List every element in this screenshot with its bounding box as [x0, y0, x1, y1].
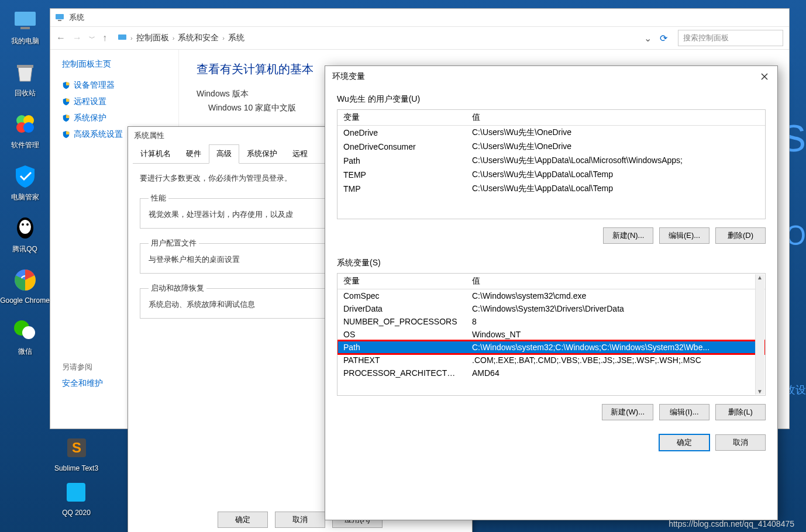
watermark: https://blog.csdn.net/qq_41408475: [669, 519, 794, 528]
refresh-button[interactable]: ⟳: [660, 33, 667, 44]
svg-rect-21: [118, 34, 126, 40]
tab-1[interactable]: 硬件: [178, 144, 209, 163]
wechat-icon: [11, 316, 39, 344]
breadcrumb-item[interactable]: 系统: [228, 33, 244, 43]
up-button[interactable]: ↑: [102, 33, 107, 43]
desktop-icon-shield-blue[interactable]: 电脑管家: [11, 162, 39, 202]
var-value: C:\Users\Wu先生\AppData\Local\Microsoft\Wi…: [466, 154, 765, 168]
window-toolbar: ← → ﹀ ↑ › 控制面板 › 系统和安全 › 系统 ⌄ ⟳ 搜索控制面板: [50, 26, 789, 50]
var-name: PATHEXT: [337, 354, 466, 367]
desktop-icon-trash[interactable]: 回收站: [11, 58, 39, 98]
sidebar-home[interactable]: 控制面板主页: [62, 59, 167, 70]
var-row[interactable]: OneDriveConsumerC:\Users\Wu先生\OneDrive: [337, 140, 765, 154]
svg-point-10: [26, 223, 29, 226]
svg-rect-2: [17, 65, 33, 68]
var-value: C:\Users\Wu先生\AppData\Local\Temp: [466, 182, 765, 196]
sidebar-link[interactable]: 设备管理器: [62, 80, 167, 91]
col-value[interactable]: 值: [466, 110, 765, 126]
forward-button[interactable]: →: [73, 33, 82, 43]
var-row[interactable]: DriverDataC:\Windows\System32\Drivers\Dr…: [337, 302, 765, 315]
recent-button[interactable]: ﹀: [89, 34, 95, 43]
desktop-icon-computer[interactable]: 我的电脑: [11, 6, 39, 46]
var-row[interactable]: PROCESSOR_ARCHITECTUREAMD64: [337, 367, 765, 379]
group-legend: 用户配置文件: [149, 238, 199, 248]
edit-user-var-button[interactable]: 编辑(E)...: [659, 227, 709, 244]
breadcrumb-item[interactable]: 控制面板: [136, 33, 169, 43]
var-row[interactable]: OSWindows_NT: [337, 328, 765, 341]
breadcrumb-sep: ›: [173, 34, 175, 42]
var-value: Windows_NT: [466, 328, 765, 341]
system-vars-table[interactable]: 变量 值 ComSpecC:\Windows\system32\cmd.exeD…: [337, 274, 765, 379]
sidebar-link[interactable]: 系统保护: [62, 113, 167, 123]
user-vars-table[interactable]: 变量 值 OneDriveC:\Users\Wu先生\OneDriveOneDr…: [337, 110, 765, 196]
delete-system-var-button[interactable]: 删除(L): [715, 404, 766, 420]
var-row[interactable]: TEMPC:\Users\Wu先生\AppData\Local\Temp: [337, 168, 765, 182]
col-variable[interactable]: 变量: [337, 274, 466, 289]
cancel-button[interactable]: 取消: [715, 434, 766, 451]
svg-point-6: [23, 122, 34, 133]
desktop-icon-sublime[interactable]: SSublime Text3: [54, 434, 98, 472]
var-row[interactable]: ComSpecC:\Windows\system32\cmd.exe: [337, 289, 765, 303]
breadcrumb-sep: ›: [222, 34, 225, 42]
ok-button[interactable]: 确定: [218, 512, 268, 528]
desktop-icon-apps[interactable]: 软件管理: [11, 110, 39, 150]
desktop-icon-label: 软件管理: [11, 140, 39, 150]
desktop-icon-label: QQ 2020: [62, 509, 91, 517]
tab-0[interactable]: 计算机名: [133, 144, 178, 163]
group-legend: 启动和故障恢复: [149, 283, 206, 293]
var-row[interactable]: PathC:\Windows\system32;C:\Windows;C:\Wi…: [337, 341, 765, 354]
breadcrumb[interactable]: › 控制面板 › 系统和安全 › 系统: [118, 33, 639, 43]
close-icon: [761, 73, 768, 80]
var-row[interactable]: OneDriveC:\Users\Wu先生\OneDrive: [337, 126, 765, 140]
desktop-icon-label: 腾讯QQ: [12, 244, 37, 254]
desktop-icon-qq2[interactable]: QQ 2020: [62, 478, 91, 517]
cancel-button[interactable]: 取消: [275, 512, 325, 528]
breadcrumb-item[interactable]: 系统和安全: [178, 33, 219, 43]
back-button[interactable]: ←: [56, 33, 66, 43]
user-vars-table-container: 变量 值 OneDriveC:\Users\Wu先生\OneDriveOneDr…: [337, 109, 766, 219]
var-row[interactable]: PATHEXT.COM;.EXE;.BAT;.CMD;.VBS;.VBE;.JS…: [337, 354, 765, 367]
new-system-var-button[interactable]: 新建(W)...: [602, 404, 653, 420]
dropdown-chevron[interactable]: ⌄: [644, 33, 652, 44]
search-input[interactable]: 搜索控制面板: [678, 30, 783, 46]
desktop-icon-qq[interactable]: 腾讯QQ: [11, 214, 39, 254]
desktop-icons-column-2: SSublime Text3QQ 2020: [51, 428, 101, 517]
edit-system-var-button[interactable]: 编辑(I)...: [659, 404, 709, 420]
svg-point-8: [19, 220, 31, 234]
close-button[interactable]: [759, 71, 770, 82]
trash-icon: [11, 58, 39, 86]
var-name: Path: [337, 341, 466, 354]
var-value: .COM;.EXE;.BAT;.CMD;.VBS;.VBE;.JS;.JSE;.…: [466, 354, 765, 367]
dialog-titlebar: 环境变量: [325, 66, 777, 87]
var-row[interactable]: PathC:\Users\Wu先生\AppData\Local\Microsof…: [337, 154, 765, 168]
var-value: C:\Windows\System32\Drivers\DriverData: [466, 302, 765, 315]
window-titlebar: 系统: [50, 9, 789, 26]
sidebar-link-label: 高级系统设置: [74, 129, 123, 140]
window-title: 系统: [69, 12, 84, 23]
computer-icon: [118, 33, 127, 43]
sidebar-link-label: 系统保护: [74, 113, 106, 123]
tab-4[interactable]: 远程: [285, 144, 315, 163]
desktop-icon-chrome[interactable]: Google Chrome: [0, 266, 50, 305]
tab-3[interactable]: 系统保护: [239, 144, 285, 163]
sublime-icon: S: [63, 434, 91, 462]
breadcrumb-sep: ›: [130, 34, 133, 42]
chrome-icon: [11, 266, 39, 294]
svg-point-15: [22, 326, 35, 339]
sidebar-link[interactable]: 远程设置: [62, 96, 167, 107]
new-user-var-button[interactable]: 新建(N)...: [603, 227, 653, 244]
svg-text:S: S: [71, 440, 81, 455]
svg-point-9: [22, 223, 24, 226]
system-vars-buttons: 新建(W)... 编辑(I)... 删除(L): [337, 404, 766, 420]
scrollbar[interactable]: [755, 274, 764, 395]
delete-user-var-button[interactable]: 删除(D): [715, 227, 766, 244]
desktop-icon-label: Google Chrome: [0, 296, 50, 305]
tab-2[interactable]: 高级: [209, 144, 239, 164]
var-row[interactable]: NUMBER_OF_PROCESSORS8: [337, 315, 765, 328]
ok-button[interactable]: 确定: [659, 434, 709, 451]
desktop-icon-wechat[interactable]: 微信: [11, 316, 39, 357]
col-value[interactable]: 值: [466, 274, 765, 289]
var-row[interactable]: TMPC:\Users\Wu先生\AppData\Local\Temp: [337, 182, 765, 196]
col-variable[interactable]: 变量: [337, 110, 466, 126]
var-name: OneDrive: [337, 126, 466, 140]
